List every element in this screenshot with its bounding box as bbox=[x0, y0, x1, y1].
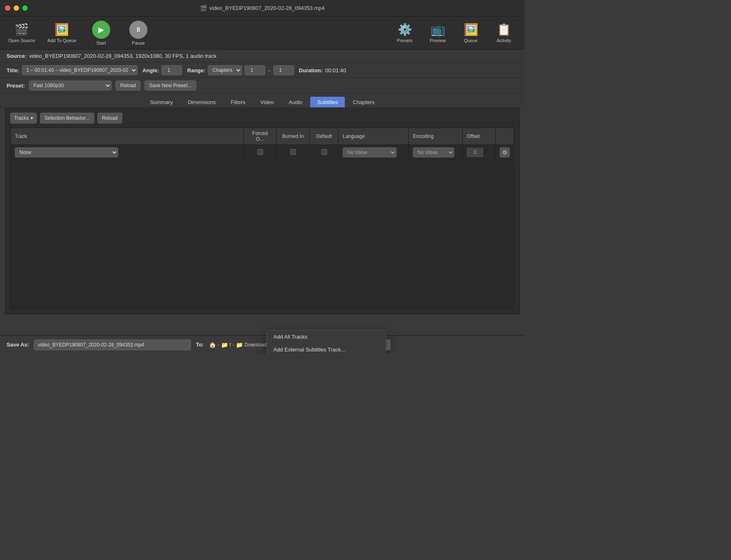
add-queue-label: Add To Queue bbox=[47, 38, 76, 43]
tab-chapters[interactable]: Chapters bbox=[346, 97, 382, 107]
start-button[interactable]: ▶ Start bbox=[89, 21, 114, 45]
language-cell: No Value bbox=[339, 145, 409, 160]
burnedin-checkbox[interactable] bbox=[290, 149, 296, 155]
preset-row: Preset: Fast 1080p30 Reload Save New Pre… bbox=[0, 78, 525, 93]
presets-icon: ⚙️ bbox=[398, 23, 412, 36]
queue-icon: 🖼️ bbox=[464, 23, 478, 36]
folder-icon-1: 📁 bbox=[221, 342, 228, 348]
forced-checkbox[interactable] bbox=[257, 149, 263, 155]
selection-behavior-button[interactable]: Selection Behavior... bbox=[40, 113, 94, 123]
context-add-external[interactable]: Add External Subtitles Track... bbox=[267, 343, 386, 354]
tab-subtitles[interactable]: Subtitles bbox=[310, 97, 345, 107]
tracks-table-container: Track Forced O... Burned In Default Lang… bbox=[10, 128, 514, 309]
subtitles-panel: Tracks ▾ Selection Behavior... Reload Tr… bbox=[5, 108, 519, 314]
toolbar: 🎬 Open Source 🖼️ Add To Queue ▶ Start ⏸ … bbox=[0, 17, 525, 50]
path-f-label: f bbox=[230, 342, 231, 348]
content-area: Source: video_BYEDP190807_2020-02-28_094… bbox=[0, 50, 525, 332]
language-select[interactable]: No Value bbox=[343, 147, 396, 157]
minimize-button[interactable] bbox=[14, 5, 19, 11]
preview-label: Preview bbox=[430, 38, 446, 43]
save-as-label: Save As: bbox=[7, 342, 29, 348]
preview-icon: 📺 bbox=[431, 23, 445, 36]
title-select[interactable]: 1 – 00:01:40 – video_BYEDP190807_2020-02… bbox=[22, 65, 138, 75]
reload-preset-button[interactable]: Reload bbox=[116, 81, 140, 90]
tab-audio[interactable]: Audio bbox=[282, 97, 309, 107]
gear-cell: ⚙ bbox=[496, 145, 514, 160]
forced-cell bbox=[244, 145, 277, 160]
table-empty-area bbox=[10, 160, 514, 309]
pause-label: Pause bbox=[132, 40, 145, 45]
range-from-input[interactable] bbox=[244, 65, 265, 75]
file-icon: 🎬 bbox=[200, 5, 207, 12]
col-language: Language bbox=[339, 128, 409, 145]
encoding-select[interactable]: No Value bbox=[413, 147, 454, 157]
sub-toolbar: Tracks ▾ Selection Behavior... Reload bbox=[10, 113, 514, 123]
tracks-chevron-icon: ▾ bbox=[31, 115, 33, 121]
tab-video[interactable]: Video bbox=[253, 97, 281, 107]
presets-button[interactable]: ⚙️ Presets bbox=[392, 23, 417, 43]
folder-icon-2: 📁 bbox=[236, 342, 243, 348]
reload-subtitles-button[interactable]: Reload bbox=[97, 113, 122, 123]
save-preset-button[interactable]: Save New Preset... bbox=[145, 81, 196, 90]
maximize-button[interactable] bbox=[22, 5, 28, 11]
tab-filters[interactable]: Filters bbox=[224, 97, 252, 107]
main-panel: Tracks ▾ Selection Behavior... Reload Tr… bbox=[5, 108, 520, 314]
title-bar: 🎬 video_BYEDP190807_2020-02-28_094353.mp… bbox=[0, 0, 525, 17]
angle-group: Angle: bbox=[142, 65, 182, 75]
add-queue-icon: 🖼️ bbox=[55, 23, 69, 36]
toolbar-right: ⚙️ Presets 📺 Preview 🖼️ Queue 📋 Activity bbox=[392, 23, 516, 43]
default-checkbox[interactable] bbox=[321, 149, 327, 155]
tab-summary[interactable]: Summary bbox=[143, 97, 180, 107]
col-default: Default bbox=[310, 128, 339, 145]
tabs-bar: Summary Dimensions Filters Video Audio S… bbox=[0, 93, 525, 108]
pause-button[interactable]: ⏸ Pause bbox=[126, 21, 151, 45]
presets-label: Presets bbox=[397, 38, 412, 43]
tab-dimensions[interactable]: Dimensions bbox=[181, 97, 223, 107]
track-select[interactable]: None bbox=[15, 147, 118, 157]
save-as-input[interactable] bbox=[34, 339, 191, 350]
tracks-table: Track Forced O... Burned In Default Lang… bbox=[10, 128, 514, 160]
start-label: Start bbox=[96, 40, 106, 45]
window-title: 🎬 video_BYEDP190807_2020-02-28_094353.mp… bbox=[200, 5, 325, 12]
offset-cell bbox=[463, 145, 496, 160]
range-to-input[interactable] bbox=[273, 65, 294, 75]
table-row: None bbox=[11, 145, 514, 160]
angle-label: Angle: bbox=[142, 67, 159, 74]
range-dash: – bbox=[268, 67, 271, 74]
duration-value: 00:01:40 bbox=[325, 67, 346, 74]
col-actions bbox=[496, 128, 514, 145]
pause-btn-circle[interactable]: ⏸ bbox=[129, 21, 147, 39]
angle-input[interactable] bbox=[161, 65, 182, 75]
preset-select[interactable]: Fast 1080p30 bbox=[29, 81, 112, 90]
preset-label: Preset: bbox=[7, 83, 25, 89]
gear-button[interactable]: ⚙ bbox=[500, 147, 510, 157]
queue-button[interactable]: 🖼️ Queue bbox=[458, 23, 483, 43]
preview-button[interactable]: 📺 Preview bbox=[425, 23, 450, 43]
encoding-cell: No Value bbox=[409, 145, 463, 160]
home-icon: 🏠 bbox=[209, 342, 216, 348]
open-source-icon: 🎬 bbox=[14, 23, 29, 36]
source-info: Source: video_BYEDP190807_2020-02-28_094… bbox=[0, 50, 525, 63]
burnedin-cell bbox=[277, 145, 310, 160]
start-btn-circle[interactable]: ▶ bbox=[92, 21, 110, 39]
add-to-queue-button[interactable]: 🖼️ Add To Queue bbox=[47, 23, 76, 43]
offset-input[interactable] bbox=[467, 148, 483, 157]
source-section: Source: video_BYEDP190807_2020-02-28_094… bbox=[0, 50, 525, 108]
tracks-label: Tracks bbox=[14, 115, 29, 121]
close-button[interactable] bbox=[5, 5, 10, 11]
context-menu: Add All Tracks Add External Subtitles Tr… bbox=[266, 330, 386, 354]
source-label: Source: bbox=[7, 53, 26, 59]
range-group: Range: Chapters – bbox=[187, 65, 294, 75]
tracks-dropdown[interactable]: Tracks ▾ bbox=[10, 113, 37, 123]
title-controls-row: Title: 1 – 00:01:40 – video_BYEDP190807_… bbox=[0, 63, 525, 78]
activity-button[interactable]: 📋 Activity bbox=[491, 23, 516, 43]
source-line: Source: video_BYEDP190807_2020-02-28_094… bbox=[7, 53, 518, 59]
track-cell: None bbox=[11, 145, 244, 160]
default-cell bbox=[310, 145, 339, 160]
title-label: Title: bbox=[7, 67, 19, 74]
range-type-select[interactable]: Chapters bbox=[208, 65, 242, 75]
open-source-button[interactable]: 🎬 Open Source bbox=[8, 23, 35, 43]
context-add-all-tracks[interactable]: Add All Tracks bbox=[267, 330, 386, 343]
open-source-label: Open Source bbox=[8, 38, 35, 43]
queue-label: Queue bbox=[464, 38, 477, 43]
